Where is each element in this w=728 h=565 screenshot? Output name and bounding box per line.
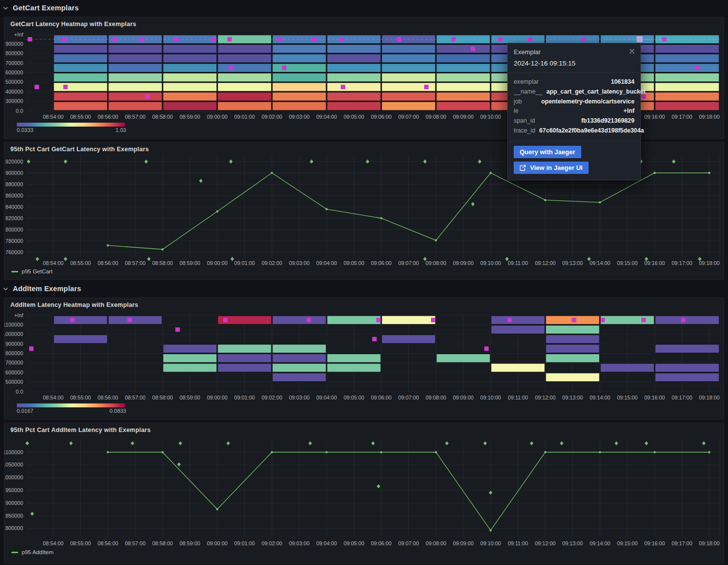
svg-text:09:13:00: 09:13:00 — [562, 260, 583, 266]
svg-text:09:15:00: 09:15:00 — [617, 260, 637, 266]
additem-p95-chart[interactable]: 8000008500009000009500001000000105000011… — [4, 423, 724, 547]
svg-text:09:16:00: 09:16:00 — [644, 260, 665, 266]
svg-text:09:18:00: 09:18:00 — [699, 114, 720, 120]
svg-text:08:55:00: 08:55:00 — [70, 395, 91, 400]
svg-text:09:10:00: 09:10:00 — [480, 260, 501, 266]
svg-text:09:03:00: 09:03:00 — [289, 260, 309, 266]
tooltip-row: __name__app_cart_get_cart_latency_bucket — [514, 87, 634, 97]
panel-additem-heatmap: +Inf110000010000009000008000007000006000… — [4, 298, 724, 420]
svg-text:09:07:00: 09:07:00 — [398, 260, 419, 266]
svg-text:08:55:00: 08:55:00 — [70, 114, 91, 120]
svg-text:09:09:00: 09:09:00 — [453, 395, 473, 400]
heatmap-scale-labels: 0.0167 0.0833 — [17, 408, 126, 414]
panel-title[interactable]: GetCart Latency Heatmap with Exemplars — [10, 21, 136, 28]
additem-heatmap-chart[interactable]: +Inf110000010000009000008000007000006000… — [4, 298, 724, 419]
close-icon[interactable] — [629, 48, 634, 55]
svg-text:09:14:00: 09:14:00 — [590, 540, 610, 546]
svg-text:09:11:00: 09:11:00 — [508, 540, 528, 546]
svg-text:09:02:00: 09:02:00 — [262, 114, 282, 120]
svg-text:09:01:00: 09:01:00 — [234, 114, 255, 120]
svg-text:1100000: 1100000 — [4, 449, 23, 455]
tooltip-row: span_idfb1336d921369829 — [514, 116, 634, 126]
svg-text:09:05:00: 09:05:00 — [343, 114, 364, 120]
section-title: AddItem Exemplars — [13, 285, 81, 293]
view-in-jaeger-button[interactable]: View in Jaeger UI — [514, 162, 589, 174]
panel-title[interactable]: AddItem Latency Heatmap with Exemplars — [10, 301, 138, 308]
section-title: GetCart Exemplars — [13, 4, 79, 12]
legend-item-p95-getcart[interactable]: p95 GetCart — [11, 268, 53, 274]
svg-text:08:57:00: 08:57:00 — [125, 395, 145, 400]
svg-text:08:58:00: 08:58:00 — [152, 114, 173, 120]
chevron-down-icon — [3, 5, 8, 11]
svg-text:08:56:00: 08:56:00 — [98, 540, 118, 546]
svg-text:780000: 780000 — [5, 238, 23, 244]
svg-text:09:12:00: 09:12:00 — [535, 260, 556, 266]
tooltip-row: trace_id67c60fa2e2f0ba9e6e43d198f5de304a — [514, 126, 634, 136]
tooltip-row: le+Inf — [514, 106, 634, 116]
svg-text:500000: 500000 — [5, 79, 23, 85]
svg-text:09:09:00: 09:09:00 — [453, 540, 473, 546]
panel-additem-p95: 8000008500009000009500001000000105000011… — [4, 423, 724, 564]
svg-text:09:17:00: 09:17:00 — [671, 114, 692, 120]
svg-text:1000000: 1000000 — [4, 474, 23, 480]
legend-item-p95-additem[interactable]: p95 AddItem — [11, 549, 54, 555]
svg-text:08:56:00: 08:56:00 — [98, 114, 118, 120]
svg-text:08:54:00: 08:54:00 — [43, 260, 64, 266]
svg-text:08:58:00: 08:58:00 — [152, 540, 173, 546]
svg-text:08:56:00: 08:56:00 — [98, 395, 118, 400]
tooltip-row: jobopentelemetry-demo/cartservice — [514, 97, 634, 107]
tooltip-label-rows: exemplar1061834__name__app_cart_get_cart… — [508, 72, 640, 141]
panel-title[interactable]: 95th Pct Cart AddItem Latency with Exemp… — [10, 427, 151, 433]
svg-text:09:06:00: 09:06:00 — [371, 260, 392, 266]
svg-text:08:59:00: 08:59:00 — [179, 260, 200, 266]
svg-text:09:00:00: 09:00:00 — [207, 395, 228, 400]
scale-min: 0.0333 — [17, 127, 33, 133]
panel-title[interactable]: 95th Pct Cart GetCart Latency with Exemp… — [10, 146, 149, 153]
query-with-jaeger-button[interactable]: Query with Jaeger — [514, 146, 581, 158]
heatmap-color-scale — [17, 123, 125, 127]
svg-text:09:01:00: 09:01:00 — [234, 540, 255, 546]
svg-text:08:56:00: 08:56:00 — [98, 260, 118, 266]
tooltip-row-value: app_cart_get_cart_latency_bucket — [546, 87, 646, 97]
svg-text:900000: 900000 — [5, 170, 23, 176]
section-header-additem[interactable]: AddItem Exemplars — [3, 283, 81, 295]
svg-text:300000: 300000 — [5, 98, 23, 104]
svg-text:09:02:00: 09:02:00 — [262, 395, 282, 400]
svg-text:0.0: 0.0 — [16, 108, 23, 114]
legend-label: p95 GetCart — [22, 268, 53, 274]
svg-text:09:06:00: 09:06:00 — [371, 114, 392, 120]
svg-text:09:14:00: 09:14:00 — [590, 395, 610, 400]
svg-text:09:08:00: 09:08:00 — [426, 114, 446, 120]
svg-text:09:05:00: 09:05:00 — [343, 395, 364, 400]
svg-text:850000: 850000 — [5, 513, 23, 519]
svg-text:09:15:00: 09:15:00 — [617, 395, 637, 400]
tooltip-title: Exemplar — [514, 48, 541, 56]
chevron-down-icon — [3, 286, 8, 292]
svg-text:09:07:00: 09:07:00 — [398, 114, 419, 120]
svg-text:950000: 950000 — [5, 487, 23, 493]
svg-text:09:03:00: 09:03:00 — [289, 540, 309, 546]
svg-text:09:06:00: 09:06:00 — [371, 540, 392, 546]
svg-text:800000: 800000 — [5, 227, 23, 233]
svg-text:09:16:00: 09:16:00 — [644, 114, 665, 120]
svg-text:09:14:00: 09:14:00 — [590, 260, 610, 266]
tooltip-row-value: fb1336d921369829 — [581, 116, 634, 126]
tooltip-row-value: opentelemetry-demo/cartservice — [541, 97, 634, 107]
svg-text:08:55:00: 08:55:00 — [70, 260, 91, 266]
svg-text:700000: 700000 — [5, 360, 23, 366]
svg-text:09:13:00: 09:13:00 — [562, 540, 583, 546]
external-link-icon — [520, 165, 526, 171]
svg-text:09:17:00: 09:17:00 — [671, 540, 692, 546]
section-header-getcart[interactable]: GetCart Exemplars — [3, 2, 79, 14]
svg-text:09:04:00: 09:04:00 — [316, 114, 337, 120]
tooltip-row-value: +Inf — [624, 106, 634, 116]
svg-text:800000: 800000 — [5, 350, 23, 356]
svg-text:09:12:00: 09:12:00 — [535, 540, 556, 546]
svg-text:09:05:00: 09:05:00 — [343, 540, 364, 546]
svg-text:+Inf: +Inf — [14, 32, 24, 37]
tooltip-row-value: 1061834 — [611, 77, 634, 87]
svg-text:820000: 820000 — [5, 215, 23, 221]
svg-text:09:00:00: 09:00:00 — [207, 260, 228, 266]
svg-text:09:08:00: 09:08:00 — [426, 260, 446, 266]
series-color-swatch — [11, 271, 18, 272]
